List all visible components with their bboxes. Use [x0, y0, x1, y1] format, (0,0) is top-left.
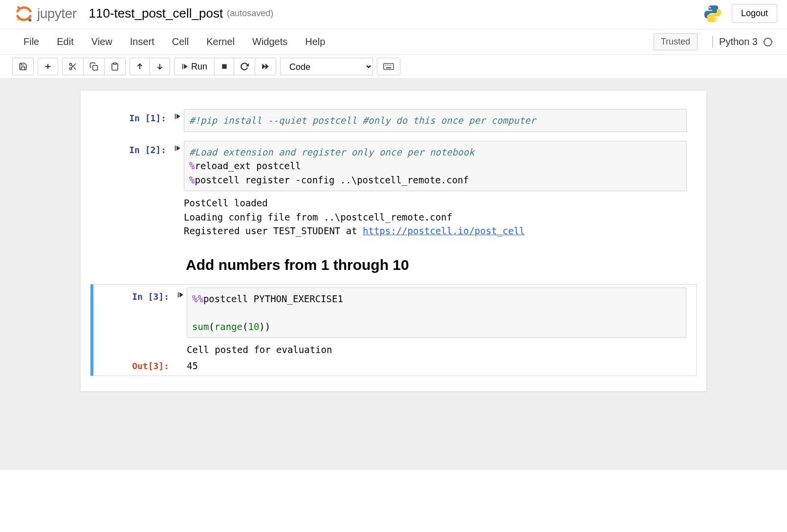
markdown-heading: Add numbers from 1 through 10 — [186, 257, 687, 273]
run-icon — [177, 291, 184, 298]
arrow-up-icon — [136, 63, 144, 70]
svg-marker-32 — [179, 292, 183, 297]
trusted-badge[interactable]: Trusted — [654, 33, 698, 50]
menu-widgets[interactable]: Widgets — [243, 33, 296, 50]
menu-file[interactable]: File — [15, 33, 48, 50]
code-cell[interactable]: In [1]: #!pip install --quiet postcell #… — [90, 106, 697, 135]
save-button[interactable] — [12, 58, 34, 75]
output-text: PostCell loaded Loading config file from… — [184, 191, 687, 238]
svg-marker-19 — [262, 64, 265, 69]
run-icon — [174, 113, 181, 120]
scissors-icon — [68, 62, 77, 71]
restart-button[interactable] — [234, 58, 255, 75]
notebook-container: In [1]: #!pip install --quiet postcell #… — [81, 91, 706, 391]
run-cell-button[interactable] — [171, 109, 184, 132]
cell-type-select[interactable]: Code — [280, 58, 373, 75]
python-logo-icon — [703, 4, 722, 23]
svg-point-3 — [709, 6, 711, 8]
interrupt-button[interactable] — [215, 58, 234, 75]
stop-icon — [221, 63, 228, 70]
command-palette-button[interactable] — [377, 58, 400, 75]
arrow-down-icon — [156, 63, 164, 70]
restart-icon — [240, 62, 249, 71]
run-button[interactable]: Run — [174, 58, 215, 75]
code-input[interactable]: #Load extension and register only once p… — [184, 141, 687, 192]
svg-rect-29 — [175, 145, 176, 151]
code-input[interactable]: %%postcell PYTHON_EXERCISE1 sum(range(10… — [187, 288, 686, 338]
svg-marker-20 — [265, 64, 269, 69]
menu-edit[interactable]: Edit — [48, 33, 82, 50]
fast-forward-icon — [261, 63, 270, 70]
svg-marker-17 — [184, 64, 188, 69]
jupyter-logo-text: jupyter — [37, 6, 77, 22]
save-status: (autosaved) — [227, 8, 273, 19]
jupyter-logo-icon — [15, 4, 33, 23]
input-prompt: In [1]: — [90, 109, 171, 132]
code-cell-selected[interactable]: In [3]: %%postcell PYTHON_EXERCISE1 sum(… — [90, 284, 697, 377]
svg-rect-12 — [93, 66, 98, 70]
svg-rect-16 — [182, 64, 183, 69]
keyboard-icon — [383, 63, 394, 70]
run-icon — [181, 63, 188, 70]
run-label: Run — [191, 62, 207, 72]
menu-insert[interactable]: Insert — [121, 33, 163, 50]
copy-button[interactable] — [84, 58, 105, 75]
input-prompt: In [3]: — [93, 288, 174, 357]
kernel-name[interactable]: Python 3 — [712, 36, 772, 47]
paste-icon — [110, 62, 119, 71]
svg-marker-28 — [176, 114, 180, 119]
output-prompt: Out[3]: — [93, 357, 174, 373]
run-cell-button[interactable] — [174, 288, 187, 357]
notebook-area: In [1]: #!pip install --quiet postcell #… — [0, 79, 787, 470]
header: jupyter 110-test_post_cell_post (autosav… — [0, 0, 787, 29]
code-input[interactable]: #!pip install --quiet postcell #only do … — [184, 109, 687, 132]
logout-button[interactable]: Logout — [732, 4, 777, 23]
svg-point-4 — [715, 19, 716, 20]
restart-run-all-button[interactable] — [255, 58, 276, 75]
svg-line-10 — [74, 67, 76, 69]
kernel-indicator-icon — [764, 38, 772, 46]
svg-rect-13 — [113, 63, 116, 65]
plus-icon — [44, 63, 52, 70]
svg-point-1 — [28, 19, 31, 22]
output-text: Cell posted for evaluation — [187, 338, 686, 357]
menu-view[interactable]: View — [83, 33, 121, 50]
svg-rect-21 — [384, 64, 394, 70]
copy-icon — [89, 62, 98, 71]
menu-kernel[interactable]: Kernel — [197, 33, 243, 50]
run-icon — [174, 145, 181, 152]
toolbar: Run Code — [0, 55, 787, 79]
move-up-button[interactable] — [130, 58, 150, 75]
menubar: File Edit View Insert Cell Kernel Widget… — [0, 29, 787, 55]
menu-help[interactable]: Help — [296, 33, 334, 50]
jupyter-logo[interactable]: jupyter — [15, 4, 77, 23]
svg-point-7 — [69, 63, 72, 66]
menu-cell[interactable]: Cell — [163, 33, 197, 50]
move-down-button[interactable] — [150, 58, 170, 75]
add-cell-button[interactable] — [38, 58, 58, 75]
svg-point-8 — [69, 67, 72, 70]
output-result: 45 — [187, 357, 686, 373]
save-icon — [19, 62, 27, 71]
run-cell-button[interactable] — [171, 141, 184, 238]
input-prompt: In [2]: — [90, 141, 171, 238]
svg-marker-30 — [176, 145, 180, 151]
kernel-name-label: Python 3 — [719, 36, 758, 47]
cut-button[interactable] — [62, 58, 84, 75]
svg-rect-27 — [175, 114, 176, 119]
svg-line-11 — [71, 65, 73, 66]
output-link[interactable]: https://postcell.io/post_cell — [363, 225, 525, 236]
markdown-cell[interactable]: Add numbers from 1 through 10 — [90, 244, 697, 281]
svg-rect-18 — [222, 64, 226, 68]
code-cell[interactable]: In [2]: #Load extension and register onl… — [90, 138, 697, 241]
paste-button[interactable] — [105, 58, 126, 75]
svg-point-2 — [17, 19, 19, 21]
svg-rect-31 — [178, 292, 179, 297]
notebook-name[interactable]: 110-test_post_cell_post — [89, 6, 223, 21]
